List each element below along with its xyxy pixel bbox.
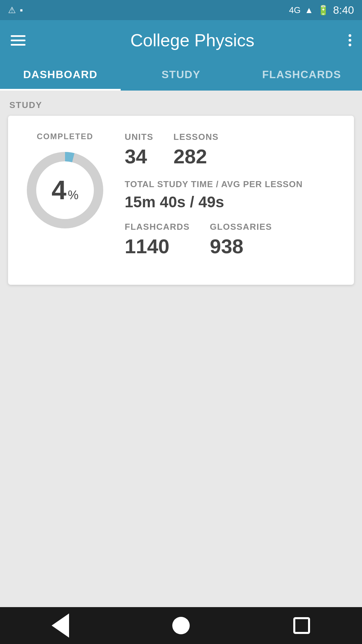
- status-time: 8:40: [333, 4, 354, 16]
- home-button[interactable]: [168, 612, 194, 639]
- donut-center: 4 %: [52, 175, 79, 206]
- study-time-stat: TOTAL STUDY TIME / AVG PER LESSON 15m 40…: [125, 179, 341, 211]
- donut-chart-container: COMPLETED 4 %: [21, 132, 109, 269]
- study-time-value: 15m 40s / 49s: [125, 193, 341, 211]
- study-time-label: TOTAL STUDY TIME / AVG PER LESSON: [125, 179, 341, 190]
- status-bar-right: 4G ▲ 🔋 8:40: [289, 4, 354, 16]
- sim-icon: ▪: [20, 5, 23, 15]
- tab-bar: DASHBOARD STUDY FLASHCARDS: [0, 60, 362, 91]
- study-card: COMPLETED 4 % UNITS 34: [8, 116, 354, 285]
- status-bar: ⚠ ▪ 4G ▲ 🔋 8:40: [0, 0, 362, 20]
- glossaries-value: 938: [210, 235, 272, 258]
- tab-dashboard[interactable]: DASHBOARD: [0, 60, 121, 91]
- flashcards-stat: FLASHCARDS 1140: [125, 222, 190, 258]
- flashcards-value: 1140: [125, 235, 190, 258]
- network-label: 4G: [289, 5, 301, 15]
- signal-icon: ▲: [305, 5, 313, 15]
- main-content: STUDY COMPLETED 4 % UNIT: [0, 91, 362, 607]
- warning-icon: ⚠: [8, 5, 16, 15]
- back-button[interactable]: [47, 612, 74, 639]
- flashcards-glossaries-row: FLASHCARDS 1140 GLOSSARIES 938: [125, 222, 341, 258]
- more-options-button[interactable]: [349, 34, 351, 46]
- glossaries-stat: GLOSSARIES 938: [210, 222, 272, 258]
- lessons-label: LESSONS: [174, 132, 219, 142]
- hamburger-menu-button[interactable]: [11, 35, 25, 46]
- flashcards-label: FLASHCARDS: [125, 222, 190, 232]
- units-label: UNITS: [125, 132, 154, 142]
- units-value: 34: [125, 145, 154, 168]
- lessons-value: 282: [174, 145, 219, 168]
- tab-flashcards[interactable]: FLASHCARDS: [241, 60, 362, 91]
- stats-panel: UNITS 34 LESSONS 282 TOTAL STUDY TIME / …: [125, 132, 341, 269]
- battery-icon: 🔋: [317, 5, 329, 16]
- app-bar: College Physics: [0, 20, 362, 60]
- tab-study[interactable]: STUDY: [121, 60, 241, 91]
- donut-chart: 4 %: [21, 147, 109, 234]
- completed-label: COMPLETED: [37, 132, 94, 141]
- lessons-stat: LESSONS 282: [174, 132, 219, 168]
- bottom-nav: [0, 607, 362, 644]
- units-lessons-row: UNITS 34 LESSONS 282: [125, 132, 341, 168]
- status-bar-left: ⚠ ▪: [8, 5, 23, 15]
- donut-percent-sign: %: [68, 188, 78, 202]
- donut-percent-value: 4: [52, 175, 67, 206]
- section-label: STUDY: [0, 91, 362, 116]
- page-title: College Physics: [36, 30, 349, 50]
- units-stat: UNITS 34: [125, 132, 154, 168]
- glossaries-label: GLOSSARIES: [210, 222, 272, 232]
- recents-button[interactable]: [288, 612, 315, 639]
